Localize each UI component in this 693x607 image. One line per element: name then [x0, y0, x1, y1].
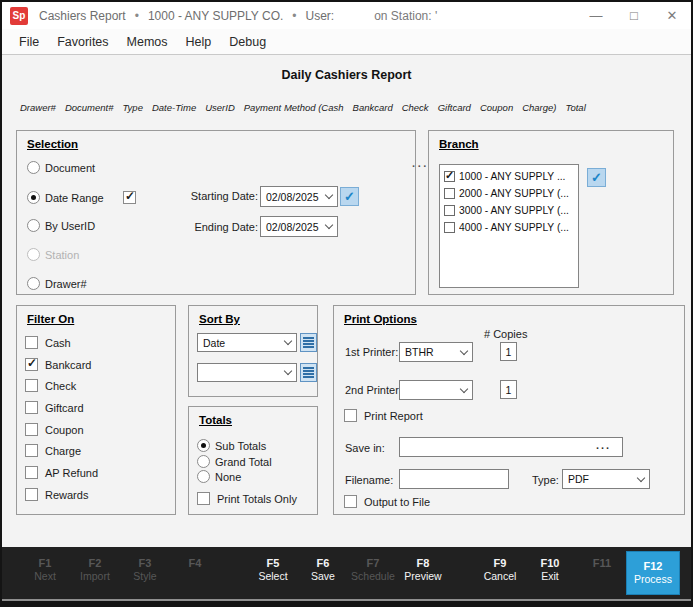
sort-secondary-select[interactable]	[197, 363, 297, 382]
filter-check-checkbox[interactable]	[25, 379, 38, 392]
selection-header: Selection	[27, 138, 78, 150]
filter-on-header: Filter On	[27, 313, 74, 325]
menu-help[interactable]: Help	[177, 35, 221, 49]
printer2-label: 2nd Printer:	[345, 384, 402, 396]
type-select[interactable]: PDF	[562, 469, 650, 489]
filter-rewards-checkbox[interactable]	[25, 488, 38, 501]
branch-confirm-button[interactable]: ✓	[587, 168, 606, 187]
printer1-copies-input[interactable]	[500, 342, 517, 361]
printer2-copies-input[interactable]	[500, 380, 517, 399]
filter-bankcard-label: Bankcard	[45, 359, 91, 371]
sort-primary-list-button[interactable]	[300, 333, 317, 352]
type-label: Type:	[532, 474, 559, 486]
branch-checkbox-1000[interactable]	[444, 171, 455, 182]
filter-cash-checkbox[interactable]	[25, 336, 38, 349]
menu-memos[interactable]: Memos	[118, 35, 177, 49]
filter-on-groupbox: Filter On Cash Bankcard Check Giftcard C…	[16, 305, 176, 515]
chevron-down-icon	[284, 337, 292, 345]
branch-item[interactable]: 3000 - ANY SUPPLY (...	[442, 202, 576, 219]
window-bottom-strip	[2, 599, 691, 607]
printer1-label: 1st Printer:	[345, 346, 398, 358]
print-totals-only-checkbox[interactable]	[197, 492, 210, 505]
filter-bankcard-checkbox[interactable]	[25, 358, 38, 371]
browse-button[interactable]: ...	[596, 439, 611, 451]
print-options-header: Print Options	[344, 313, 417, 325]
branch-label-3000: 3000 - ANY SUPPLY (...	[459, 205, 569, 216]
function-key-bar: F1Next F2Import F3Style F4 F5Select F6Sa…	[2, 547, 691, 599]
minimize-icon[interactable]: —	[577, 2, 615, 29]
ending-date-select[interactable]: 02/08/2025	[260, 216, 338, 237]
field-giftcard: Giftcard	[438, 102, 471, 113]
filter-cash-label: Cash	[45, 337, 71, 349]
maximize-icon[interactable]: □	[615, 2, 653, 29]
field-userid: UserID	[205, 102, 235, 113]
f6-save-button[interactable]: F6Save	[295, 556, 351, 584]
f9-cancel-button[interactable]: F9Cancel	[472, 556, 528, 584]
branch-checkbox-3000[interactable]	[444, 205, 455, 216]
filter-giftcard-label: Giftcard	[45, 402, 84, 414]
totals-none-radio[interactable]	[197, 470, 210, 483]
branch-checkbox-4000[interactable]	[444, 222, 455, 233]
printer1-select[interactable]: BTHR	[399, 342, 473, 362]
date-range-checkbox[interactable]	[123, 191, 136, 204]
chevron-down-icon	[284, 367, 292, 375]
filename-input[interactable]	[399, 469, 509, 489]
branch-item[interactable]: 2000 - ANY SUPPLY (...	[442, 185, 576, 202]
field-coupon: Coupon	[480, 102, 513, 113]
f10-exit-button[interactable]: F10Exit	[522, 556, 578, 584]
filter-ap-refund-checkbox[interactable]	[25, 466, 38, 479]
report-fields-legend: Drawer# Document# Type Date-Time UserID …	[20, 102, 586, 113]
title-app-name: Cashiers Report	[39, 9, 126, 23]
save-in-input[interactable]	[399, 437, 623, 457]
menu-bar: File Favorites Memos Help Debug	[2, 29, 691, 55]
totals-grand-total-radio[interactable]	[197, 455, 210, 468]
filter-charge-checkbox[interactable]	[25, 444, 38, 457]
chevron-down-icon	[460, 384, 468, 392]
app-window: Sp Cashiers Report • 1000 - ANY SUPPLY C…	[0, 0, 693, 607]
field-type: Type	[123, 102, 143, 113]
branch-item[interactable]: 1000 - ANY SUPPLY ...	[442, 168, 576, 185]
menu-file[interactable]: File	[10, 35, 48, 49]
print-report-label: Print Report	[364, 410, 423, 422]
f5-select-button[interactable]: F5Select	[245, 556, 301, 584]
close-icon[interactable]: ✕	[653, 2, 691, 29]
filter-coupon-checkbox[interactable]	[25, 423, 38, 436]
printer2-select[interactable]	[399, 380, 473, 400]
menu-favorites[interactable]: Favorites	[48, 35, 117, 49]
menu-debug[interactable]: Debug	[220, 35, 275, 49]
f12-process-button[interactable]: F12Process	[626, 551, 680, 595]
starting-date-select[interactable]: 02/08/2025	[260, 186, 338, 207]
totals-sub-totals-radio[interactable]	[197, 439, 210, 452]
radio-by-userid-circle[interactable]	[27, 219, 40, 232]
totals-groupbox: Totals Sub Totals Grand Total None Print…	[188, 406, 318, 515]
branch-label-1000: 1000 - ANY SUPPLY ...	[459, 171, 565, 182]
page-title: Daily Cashiers Report	[2, 68, 691, 82]
chevron-down-icon	[637, 473, 645, 481]
printer1-value: BTHR	[405, 346, 434, 358]
branch-checkbox-2000[interactable]	[444, 188, 455, 199]
radio-date-range-circle[interactable]	[27, 191, 40, 204]
ending-date-value: 02/08/2025	[266, 221, 319, 233]
print-report-checkbox[interactable]	[344, 409, 357, 422]
ending-date-label: Ending Date:	[188, 221, 258, 233]
branch-label-4000: 4000 - ANY SUPPLY (...	[459, 222, 569, 233]
splitter-handle-dots: ···	[412, 160, 429, 172]
branch-list[interactable]: 1000 - ANY SUPPLY ... 2000 - ANY SUPPLY …	[439, 164, 579, 288]
field-drawer: Drawer#	[20, 102, 56, 113]
field-charge: Charge)	[522, 102, 556, 113]
sort-primary-select[interactable]: Date	[197, 333, 297, 352]
branch-item[interactable]: 4000 - ANY SUPPLY (...	[442, 219, 576, 236]
f8-preview-button[interactable]: F8Preview	[395, 556, 451, 584]
output-to-file-checkbox[interactable]	[344, 495, 357, 508]
starting-date-confirm-button[interactable]: ✓	[340, 187, 359, 206]
radio-document-circle[interactable]	[27, 161, 40, 174]
filter-charge-label: Charge	[45, 445, 81, 457]
chevron-down-icon	[325, 221, 333, 229]
copies-header-label: # Copies	[484, 328, 527, 340]
f2-import-button: F2Import	[67, 556, 123, 584]
filter-ap-refund-label: AP Refund	[45, 467, 98, 479]
title-user-label: User:	[306, 9, 335, 23]
sort-secondary-list-button[interactable]	[300, 363, 317, 382]
radio-drawer-circle[interactable]	[27, 277, 40, 290]
filter-giftcard-checkbox[interactable]	[25, 401, 38, 414]
